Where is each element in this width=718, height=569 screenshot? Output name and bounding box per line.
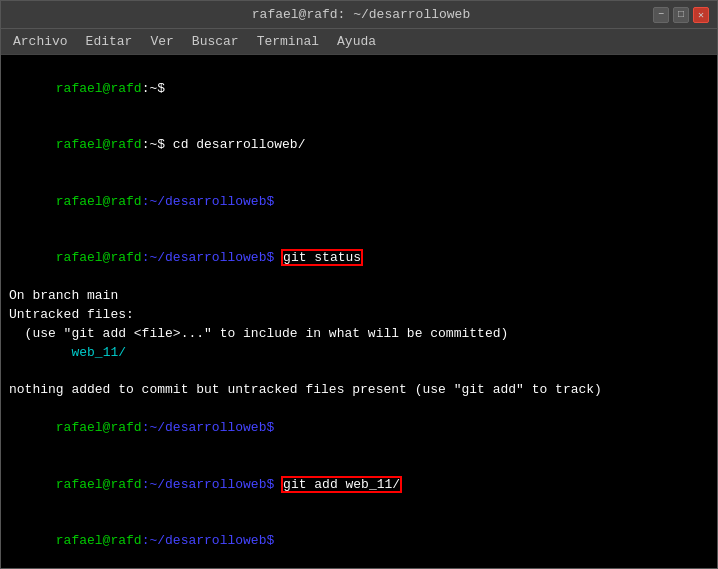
prompt: rafael@rafd — [56, 420, 142, 435]
prompt: rafael@rafd — [56, 194, 142, 209]
prompt: rafael@rafd — [56, 477, 142, 492]
prompt: rafael@rafd — [56, 250, 142, 265]
menu-terminal[interactable]: Terminal — [249, 32, 327, 51]
window-controls[interactable]: − □ ✕ — [653, 7, 709, 23]
terminal-output: rafael@rafd:~$ rafael@rafd:~$ cd desarro… — [1, 55, 717, 568]
menu-archivo[interactable]: Archivo — [5, 32, 76, 51]
cmd-git-status: git status — [282, 250, 362, 265]
prompt: rafael@rafd — [56, 533, 142, 548]
prompt: rafael@rafd — [56, 81, 142, 96]
menu-editar[interactable]: Editar — [78, 32, 141, 51]
minimize-button[interactable]: − — [653, 7, 669, 23]
menu-ayuda[interactable]: Ayuda — [329, 32, 384, 51]
terminal-line: On branch main — [9, 287, 709, 306]
terminal-line: Untracked files: — [9, 306, 709, 325]
terminal-line: web_11/ — [9, 344, 709, 363]
maximize-button[interactable]: □ — [673, 7, 689, 23]
terminal-line: rafael@rafd:~/desarrolloweb$ — [9, 400, 709, 457]
terminal-line: rafael@rafd:~/desarrolloweb$ git status — [9, 231, 709, 288]
window-title: rafael@rafd: ~/desarrolloweb — [69, 7, 653, 22]
terminal-line — [9, 363, 709, 382]
terminal-line: rafael@rafd:~/desarrolloweb$ git add web… — [9, 457, 709, 514]
menubar: Archivo Editar Ver Buscar Terminal Ayuda — [1, 29, 717, 55]
terminal-line: rafael@rafd:~$ — [9, 61, 709, 118]
prompt: rafael@rafd — [56, 137, 142, 152]
menu-ver[interactable]: Ver — [142, 32, 181, 51]
terminal-window: rafael@rafd: ~/desarrolloweb − □ ✕ Archi… — [0, 0, 718, 569]
close-button[interactable]: ✕ — [693, 7, 709, 23]
terminal-line: nothing added to commit but untracked fi… — [9, 381, 709, 400]
terminal-line: rafael@rafd:~$ cd desarrolloweb/ — [9, 118, 709, 175]
titlebar: rafael@rafd: ~/desarrolloweb − □ ✕ — [1, 1, 717, 29]
terminal-line: (use "git add <file>..." to include in w… — [9, 325, 709, 344]
menu-buscar[interactable]: Buscar — [184, 32, 247, 51]
terminal-line: rafael@rafd:~/desarrolloweb$ — [9, 174, 709, 231]
terminal-line: rafael@rafd:~/desarrolloweb$ — [9, 513, 709, 568]
cmd-git-add: git add web_11/ — [282, 477, 401, 492]
